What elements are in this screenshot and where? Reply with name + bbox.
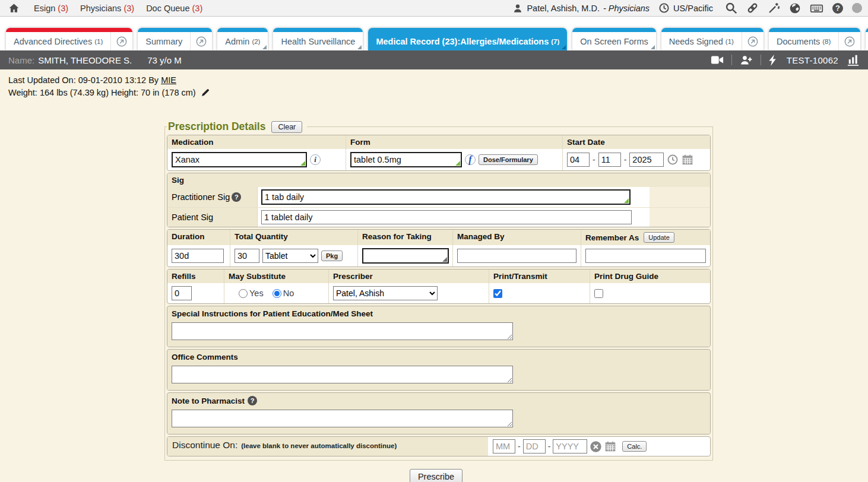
prescriber-select[interactable]: Patel, Ashish bbox=[333, 286, 438, 300]
managed-by-input[interactable] bbox=[457, 249, 576, 263]
topbar-link-physicians[interactable]: Physicians (3) bbox=[80, 4, 134, 13]
add-person-icon[interactable] bbox=[740, 55, 753, 65]
patient-sig-input[interactable] bbox=[261, 210, 632, 224]
note-to-pharmacist-help-icon[interactable]: ? bbox=[248, 396, 257, 405]
remember-as-header: Remember As bbox=[585, 233, 639, 242]
tab-advanced-directives[interactable]: Advanced Directives(1) bbox=[6, 28, 132, 50]
note-to-pharmacist-section: Note to Pharmacist ? bbox=[167, 392, 711, 435]
edit-vitals-pencil-icon[interactable] bbox=[201, 88, 210, 97]
patient-bar: Name: SMITH, THEODORE S. 73 y/o M TEST-1… bbox=[0, 50, 868, 69]
vitals-line: Weight: 164 lbs (74.39 kg) Height: 70 in… bbox=[8, 87, 868, 99]
discontinue-year-input[interactable] bbox=[553, 439, 587, 454]
patient-age-sex: 73 y/o M bbox=[147, 55, 182, 65]
print-transmit-checkbox[interactable] bbox=[493, 289, 502, 298]
chart-info-block: Last Updated On: 09-01-2010 13:12 By MIE… bbox=[0, 69, 868, 99]
discontinue-calendar-icon[interactable] bbox=[604, 440, 616, 452]
home-icon[interactable] bbox=[8, 2, 20, 14]
discontinue-month-input[interactable] bbox=[493, 439, 515, 454]
practitioner-sig-help-icon[interactable]: ? bbox=[232, 192, 241, 202]
topbar-link-esign[interactable]: Esign (3) bbox=[34, 4, 68, 13]
special-instructions-textarea[interactable] bbox=[172, 322, 513, 340]
tab-documents-d[interactable]: Documents-D bbox=[866, 28, 868, 50]
update-button[interactable]: Update bbox=[644, 232, 674, 243]
last-updated-text: Last Updated On: 09-01-2010 13:12 By bbox=[8, 75, 159, 85]
status-circle bbox=[852, 3, 862, 13]
discontinue-day-input[interactable] bbox=[523, 439, 546, 454]
tab-count: (8) bbox=[822, 38, 831, 45]
formulary-icon[interactable]: f bbox=[465, 154, 476, 165]
substitute-no-option[interactable]: No bbox=[273, 288, 294, 298]
tab-label: Advanced Directives bbox=[14, 37, 92, 46]
popout-icon[interactable] bbox=[110, 32, 132, 50]
link-icon[interactable] bbox=[746, 2, 759, 14]
tab-count: (2) bbox=[252, 38, 260, 45]
popout-icon[interactable] bbox=[838, 32, 860, 50]
tab-label: Documents bbox=[777, 37, 820, 46]
tab-color-bar bbox=[866, 28, 868, 32]
substitute-no-radio[interactable] bbox=[273, 289, 281, 298]
calc-button[interactable]: Calc. bbox=[622, 441, 647, 452]
search-icon[interactable] bbox=[725, 2, 737, 14]
tab-admin[interactable]: Admin(2) bbox=[217, 28, 268, 50]
clear-button[interactable]: Clear bbox=[271, 121, 302, 133]
flowsheet-chart-icon[interactable] bbox=[847, 54, 860, 66]
remember-as-input[interactable] bbox=[585, 249, 706, 263]
start-date-calendar-icon[interactable] bbox=[682, 154, 693, 166]
office-comments-header: Office Comments bbox=[167, 350, 710, 363]
tab-label: On Screen Forms bbox=[580, 37, 648, 46]
drug-info-icon[interactable]: i bbox=[310, 154, 321, 165]
tab-color-bar bbox=[661, 28, 764, 32]
substitute-yes-radio[interactable] bbox=[239, 289, 248, 298]
popout-icon[interactable] bbox=[742, 32, 764, 50]
clock-icon[interactable] bbox=[658, 2, 670, 14]
topbar-link-doc-queue[interactable]: Doc Queue (3) bbox=[146, 4, 202, 13]
office-comments-textarea[interactable] bbox=[172, 366, 513, 383]
may-substitute-header: May Substitute bbox=[224, 269, 328, 283]
print-drug-guide-checkbox[interactable] bbox=[594, 289, 603, 298]
reason-for-taking-input[interactable] bbox=[362, 248, 449, 264]
duration-header: Duration bbox=[167, 230, 230, 245]
office-comments-section: Office Comments bbox=[167, 349, 711, 391]
keyboard-icon[interactable] bbox=[810, 2, 823, 14]
medication-input[interactable] bbox=[172, 152, 307, 167]
form-input[interactable] bbox=[350, 152, 462, 167]
vitals-text: Weight: 164 lbs (74.39 kg) Height: 70 in… bbox=[8, 88, 196, 97]
total-quantity-input[interactable] bbox=[235, 249, 259, 263]
start-date-month-input[interactable] bbox=[567, 153, 590, 167]
refills-input[interactable] bbox=[172, 286, 192, 300]
lightning-icon[interactable] bbox=[769, 55, 777, 66]
tab-documents[interactable]: Documents(8) bbox=[769, 28, 860, 50]
start-date-day-input[interactable] bbox=[598, 153, 621, 167]
tab-medical-record-active[interactable]: Medical Record (23):Allergies/Medication… bbox=[368, 28, 567, 50]
quantity-unit-select[interactable]: Tablet bbox=[262, 249, 318, 263]
tab-on-screen-forms[interactable]: On Screen Forms bbox=[572, 28, 655, 50]
tab-color-bar bbox=[769, 28, 860, 32]
dose-formulary-button[interactable]: Dose/Formulary bbox=[479, 154, 538, 165]
link-count: (3) bbox=[58, 4, 68, 13]
substitute-yes-option[interactable]: Yes bbox=[239, 288, 264, 298]
tab-color-bar bbox=[273, 28, 363, 32]
help-icon[interactable]: ? bbox=[832, 3, 843, 14]
start-date-year-input[interactable] bbox=[629, 153, 664, 167]
note-to-pharmacist-header: Note to Pharmacist bbox=[172, 397, 245, 405]
tab-color-bar bbox=[138, 28, 212, 32]
duration-input[interactable] bbox=[172, 249, 224, 263]
tab-label: Needs Signed bbox=[669, 37, 723, 46]
user-name: Patel, Ashish, M.D. bbox=[527, 4, 600, 13]
practitioner-sig-input[interactable] bbox=[261, 189, 631, 205]
tab-needs-signed[interactable]: Needs Signed(1) bbox=[661, 28, 764, 50]
tab-count: (1) bbox=[94, 38, 103, 45]
globe-icon[interactable] bbox=[789, 2, 801, 14]
tab-summary[interactable]: Summary bbox=[138, 28, 212, 50]
pkg-button[interactable]: Pkg bbox=[321, 250, 343, 261]
link-count: (3) bbox=[123, 4, 134, 13]
tab-health-surveillance[interactable]: Health Surveillance bbox=[273, 28, 363, 50]
start-date-clock-icon[interactable] bbox=[667, 154, 679, 166]
last-updated-by-link[interactable]: MIE bbox=[161, 75, 176, 85]
popout-icon[interactable] bbox=[190, 32, 212, 50]
video-call-icon[interactable] bbox=[711, 55, 724, 65]
prescribe-button[interactable]: Prescribe bbox=[410, 469, 462, 482]
note-to-pharmacist-textarea[interactable] bbox=[172, 410, 513, 427]
wand-icon[interactable] bbox=[768, 2, 780, 14]
discontinue-clear-icon[interactable] bbox=[590, 440, 602, 453]
